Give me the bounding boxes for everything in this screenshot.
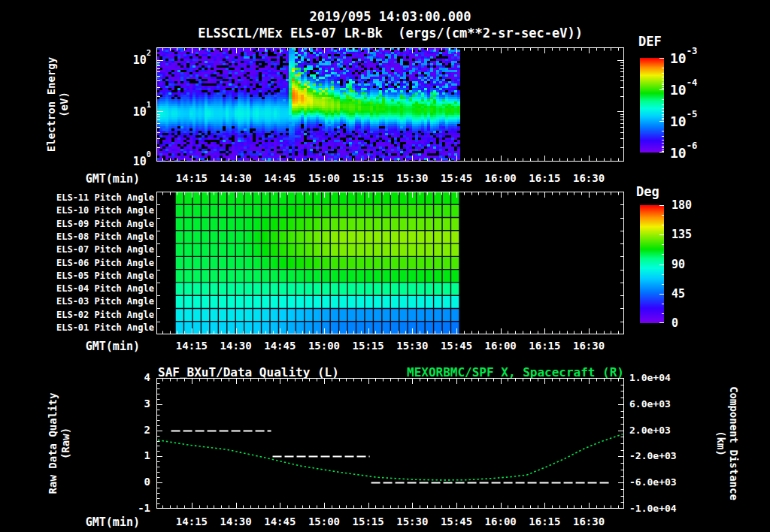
def-tick-label: 10-3	[670, 50, 697, 66]
distance-tick-label: 1.0e+04	[629, 372, 671, 383]
time-tick-label-686,bottom: 15:45	[434, 515, 479, 527]
time-tick-label-452,middle: 15:30	[390, 340, 435, 352]
quality-axis-label-line1: Raw Data Quality	[47, 393, 59, 494]
deg-tick-label: 180	[671, 198, 692, 212]
quality-distance-plot-canvas	[156, 378, 624, 509]
time-tick-label-229,top: 14:30	[214, 172, 259, 184]
pitch-row-label: ELS-11 Pitch Angle	[34, 192, 154, 203]
quality-tick-label: 3	[113, 397, 150, 410]
time-tick-label-686,bottom: 15:15	[346, 515, 391, 527]
def-colorbar	[640, 58, 664, 153]
gmt-label-bottom: GMT(min)	[80, 515, 140, 529]
quality-tick-label: 1	[113, 449, 150, 461]
gmt-label-middle: GMT(min)	[80, 340, 140, 353]
time-tick-label-686,bottom: 16:15	[522, 515, 567, 527]
quality-tick-label: 2	[113, 424, 150, 436]
def-tick-label: 10-6	[670, 144, 697, 161]
pitch-row-label: ELS-02 Pitch Angle	[34, 310, 154, 320]
page-timestamp: 2019/095 14:03:00.000	[156, 9, 624, 24]
page-title: ELSSCIL/MEx ELS-07 LR-Bk (ergs/(cm**2-sr…	[156, 26, 624, 41]
distance-tick-label: -6.0e+03	[629, 476, 677, 488]
time-tick-label-452,middle: 15:00	[302, 340, 347, 352]
distance-tick-label: 2.0e+03	[629, 425, 671, 436]
distance-axis-label: Component Distance (km)	[714, 376, 740, 511]
time-tick-label-686,bottom: 14:30	[214, 515, 259, 527]
energy-axis-label-line2: (eV)	[58, 92, 71, 117]
pitch-row-label: ELS-10 Pitch Angle	[34, 205, 154, 216]
pitch-row-label: ELS-09 Pitch Angle	[34, 219, 154, 229]
distance-tick-label: 6.0e+03	[629, 398, 671, 410]
distance-axis-label-line1: Component Distance	[727, 386, 740, 500]
time-tick-label-229,top: 14:15	[169, 172, 214, 184]
time-tick-label-229,top: 15:30	[390, 172, 435, 184]
time-tick-label-452,middle: 16:00	[478, 340, 523, 352]
pitch-angle-grid-canvas	[156, 192, 624, 334]
time-tick-label-229,top: 16:30	[566, 172, 611, 184]
deg-tick-label: 0	[671, 316, 678, 330]
time-tick-label-452,middle: 15:15	[346, 340, 391, 352]
time-tick-label-229,top: 14:45	[257, 172, 302, 184]
time-tick-label-686,bottom: 15:00	[302, 515, 347, 527]
quality-tick-label: -1	[113, 502, 150, 514]
energy-axis-label: Electron Energy (eV)	[45, 44, 71, 165]
deg-tick-label: 90	[671, 258, 685, 271]
time-tick-label-452,middle: 15:45	[434, 340, 479, 352]
time-tick-label-229,top: 16:00	[478, 172, 523, 184]
deg-tick-label: 45	[671, 287, 685, 301]
time-tick-label-452,middle: 16:15	[522, 340, 567, 352]
def-tick-label: 10-5	[670, 113, 697, 129]
time-tick-label-686,bottom: 14:15	[169, 515, 214, 527]
time-tick-label-686,bottom: 15:30	[390, 515, 435, 527]
time-tick-label-229,top: 15:15	[346, 172, 391, 184]
pitch-row-label: ELS-07 Pitch Angle	[34, 244, 154, 255]
energy-axis-label-line1: Electron Energy	[45, 57, 58, 152]
distance-tick-label: -2.0e+03	[629, 450, 677, 461]
quality-axis-label-line2: (Raw)	[59, 428, 72, 459]
tplot-screen: 2019/095 14:03:00.000 ELSSCIL/MEx ELS-07…	[0, 0, 770, 532]
def-tick-label: 10-4	[670, 81, 697, 98]
deg-colorbar	[640, 205, 664, 323]
distance-axis-label-line2: (km)	[714, 431, 727, 456]
time-tick-label-452,middle: 14:15	[169, 340, 214, 352]
pitch-row-label: ELS-01 Pitch Angle	[34, 322, 154, 333]
pitch-row-label: ELS-08 Pitch Angle	[34, 231, 154, 242]
time-tick-label-452,middle: 16:30	[566, 340, 611, 352]
pitch-row-label: ELS-04 Pitch Angle	[34, 283, 154, 294]
time-tick-label-686,bottom: 16:00	[478, 515, 523, 527]
quality-tick-label: 4	[113, 371, 150, 383]
time-tick-label-686,bottom: 16:30	[566, 515, 611, 527]
time-tick-label-229,top: 15:00	[302, 172, 347, 184]
quality-tick-label: 0	[113, 476, 150, 488]
gmt-label-top: GMT(min)	[80, 172, 140, 186]
deg-colorbar-title: Deg	[636, 184, 659, 199]
time-tick-label-686,bottom: 14:45	[257, 515, 302, 527]
energy-tick-label: 102	[106, 53, 151, 67]
quality-axis-label: Raw Data Quality (Raw)	[47, 383, 72, 503]
distance-tick-label: -1.0e+04	[629, 503, 677, 514]
energy-spectrogram-canvas	[156, 47, 624, 162]
energy-tick-label: 101	[106, 104, 151, 119]
time-tick-label-229,top: 16:15	[522, 172, 567, 184]
deg-tick-label: 135	[671, 228, 692, 241]
time-tick-label-452,middle: 14:30	[214, 340, 259, 352]
time-tick-label-452,middle: 14:45	[257, 340, 302, 352]
energy-tick-label: 100	[106, 154, 151, 168]
def-colorbar-title: DEF	[638, 34, 662, 49]
pitch-row-label: ELS-03 Pitch Angle	[34, 296, 154, 307]
pitch-row-label: ELS-05 Pitch Angle	[34, 271, 154, 281]
pitch-row-label: ELS-06 Pitch Angle	[34, 258, 154, 268]
time-tick-label-229,top: 15:45	[434, 172, 479, 184]
